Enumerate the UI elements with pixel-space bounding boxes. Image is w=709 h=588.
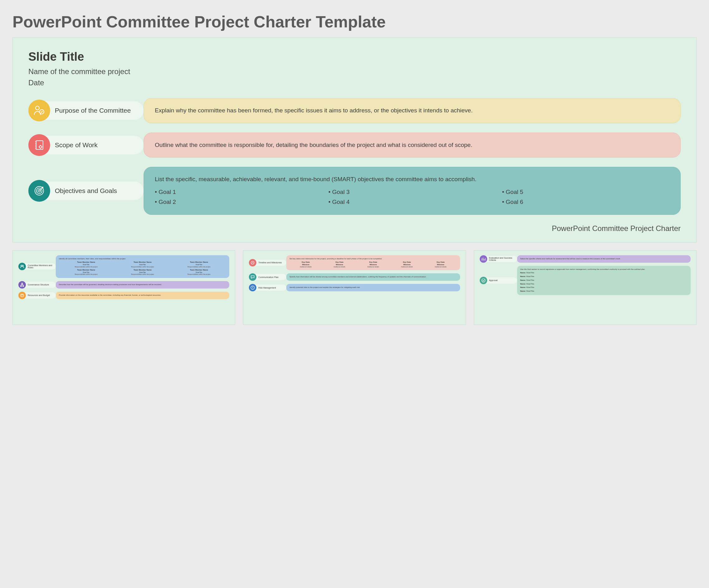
- thumbnail-row: Committee Members and Roles Identify all…: [12, 250, 697, 325]
- section-label: Scope of Work: [38, 136, 143, 155]
- section-content: Identify potential risks to the project …: [286, 284, 460, 291]
- page-title: PowerPoint Committee Project Charter Tem…: [12, 12, 697, 31]
- goal-item: Goal 5: [502, 188, 669, 197]
- check-icon: [480, 277, 487, 284]
- svg-point-12: [21, 294, 23, 295]
- name-label: Name:: [520, 283, 526, 285]
- clock-icon: [249, 259, 256, 267]
- notebook-icon: [28, 134, 50, 156]
- member-resp: Responsibilities within the project: [115, 273, 170, 276]
- section-content: Specify how information will be shared a…: [286, 273, 460, 281]
- svg-rect-9: [22, 283, 23, 284]
- name-label: Name:: [520, 290, 526, 292]
- member-resp: Responsibilities within the project: [115, 266, 170, 268]
- money-icon: [18, 292, 26, 299]
- member-name: Team Member Name: [59, 269, 113, 272]
- role-value: Role/Title: [526, 279, 534, 281]
- key-date: Key Date: [289, 261, 322, 264]
- slide-title: Slide Title: [28, 50, 681, 63]
- details: Additional details: [424, 266, 457, 268]
- section-purpose: Purpose of the Committee Explain why the…: [28, 98, 681, 123]
- section-label: Committee Members and Roles: [22, 263, 56, 270]
- lead-text: Identify all committee members, their ro…: [59, 258, 226, 260]
- thumbnail-slide-3: Timeline and Milestones Set key dates an…: [243, 250, 466, 325]
- section-objectives: Objectives and Goals List the specific, …: [28, 167, 681, 215]
- key-date: Key Date: [424, 261, 457, 264]
- section-scope: Scope of Work Outline what the committee…: [28, 133, 681, 158]
- section-content: Select the specific criteria and methods…: [517, 255, 691, 263]
- svg-point-15: [481, 279, 485, 282]
- member-name: Team Member Name: [115, 269, 170, 272]
- details: Additional details: [323, 266, 356, 268]
- name-label: Name:: [520, 279, 526, 281]
- details: Additional details: [357, 266, 389, 268]
- member-resp: Responsibilities within the project: [59, 266, 113, 268]
- section-label: Governance Structure: [22, 282, 56, 288]
- thumbnail-slide-4: Evaluation and Success Criteria Select t…: [474, 250, 697, 325]
- key-date: Key Date: [391, 261, 423, 264]
- member-resp: Responsibilities within the project: [59, 273, 113, 276]
- svg-point-8: [22, 265, 23, 267]
- member-resp: Responsibilities within the project: [172, 266, 226, 268]
- member-name: Team Member Name: [115, 261, 170, 264]
- goal-item: Goal 1: [155, 188, 322, 197]
- approval-text: Use this final section to record signatu…: [520, 268, 687, 271]
- section-label: Objectives and Goals: [38, 181, 143, 200]
- key-date: Key Date: [357, 261, 389, 264]
- role-value: Role/Title: [526, 276, 534, 277]
- goal-item: Goal 3: [328, 188, 496, 197]
- goal-item: Goal 2: [155, 198, 322, 207]
- member-resp: Responsibilities within the project: [172, 273, 226, 276]
- role-value: Role/Title: [526, 272, 534, 274]
- section-content: Describe how the committee will be gover…: [56, 281, 229, 288]
- key-date: Key Date: [323, 261, 356, 264]
- svg-rect-11: [23, 286, 24, 287]
- section-content: Provide information on the resources ava…: [56, 292, 229, 299]
- target-icon: [28, 180, 50, 202]
- main-slide: Slide Title Name of the committee projec…: [12, 37, 697, 243]
- goal-item: Goal 6: [502, 198, 669, 207]
- person-icon: [28, 100, 50, 121]
- section-content: Identify all committee members, their ro…: [56, 255, 229, 278]
- svg-rect-10: [21, 286, 22, 287]
- section-label: Evaluation and Success Criteria: [483, 256, 517, 262]
- people-icon: [18, 263, 26, 270]
- section-content: List the specific, measurable, achievabl…: [143, 167, 681, 215]
- slide-footer: PowerPoint Committee Project Charter: [28, 224, 681, 233]
- section-label: Resources and Budget: [22, 292, 56, 299]
- name-label: Name:: [520, 272, 526, 274]
- slide-subtitle-project: Name of the committee project: [28, 67, 681, 76]
- hierarchy-icon: [18, 281, 26, 288]
- role-value: Role/Title: [526, 283, 534, 285]
- role-value: Role/Title: [526, 286, 534, 288]
- section-content: Use this final section to record signatu…: [517, 266, 691, 296]
- thumbnail-slide-2: Committee Members and Roles Identify all…: [12, 250, 235, 325]
- lead-text: Set key dates and milestones for the pro…: [289, 258, 457, 260]
- role-value: Role/Title: [526, 290, 534, 292]
- slide-subtitle-date: Date: [28, 79, 681, 87]
- section-label: Approval: [483, 277, 517, 284]
- section-content: Outline what the committee is responsibl…: [143, 133, 681, 158]
- member-name: Team Member Name: [172, 261, 226, 264]
- name-label: Name:: [520, 286, 526, 288]
- name-label: Name:: [520, 276, 526, 277]
- member-name: Team Member Name: [172, 269, 226, 272]
- section-content: Explain why the committee has been forme…: [143, 98, 681, 123]
- svg-point-0: [35, 106, 39, 110]
- goal-item: Goal 4: [328, 198, 496, 207]
- section-label: Risk Management: [252, 284, 286, 291]
- chart-icon: [480, 255, 487, 263]
- section-label: Communication Plan: [252, 274, 286, 280]
- section-content: Set key dates and milestones for the pro…: [286, 255, 460, 271]
- details: Additional details: [391, 266, 423, 268]
- member-name: Team Member Name: [59, 261, 113, 264]
- section-label: Timeline and Milestones: [252, 260, 286, 266]
- svg-point-3: [39, 146, 42, 148]
- section-label: Purpose of the Committee: [38, 101, 143, 120]
- details: Additional details: [289, 266, 322, 268]
- objectives-text: List the specific, measurable, achievabl…: [155, 175, 669, 184]
